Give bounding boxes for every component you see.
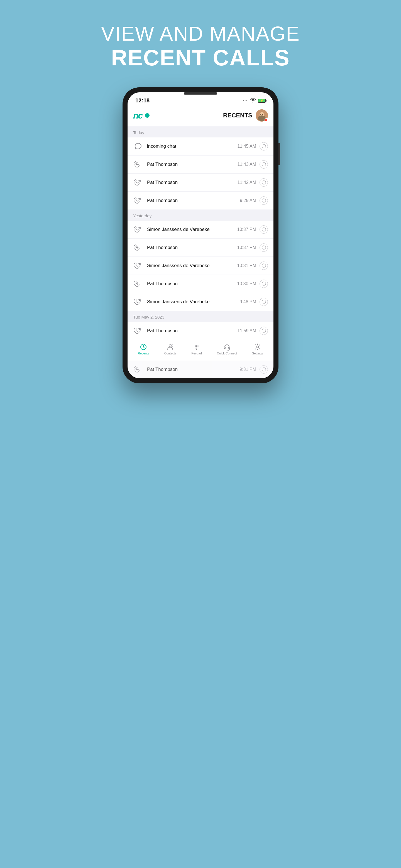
today-list: incoming chat 11:45 AM ⓘ Pat Thompson 11… — [127, 137, 274, 210]
avatar-container[interactable] — [256, 109, 268, 122]
dots-icon: ··· — [243, 98, 248, 103]
section-yesterday-label: Yesterday — [133, 213, 151, 218]
info-button[interactable]: ⓘ — [260, 261, 268, 270]
tab-recents[interactable]: Recents — [138, 343, 149, 355]
tab-quickconnect-label: Quick Connect — [217, 352, 237, 355]
call-icon — [133, 159, 143, 169]
info-button[interactable]: ⓘ — [260, 280, 268, 288]
svg-point-15 — [196, 348, 197, 349]
call-icon — [133, 178, 143, 187]
svg-point-7 — [171, 345, 173, 346]
info-button[interactable]: ⓘ — [260, 327, 268, 335]
page-header: VIEW AND MANAGE RECENT CALLS — [101, 22, 300, 71]
info-button[interactable]: ⓘ — [260, 243, 268, 252]
call-icon — [133, 195, 143, 206]
call-item-partial[interactable]: Pat Thompson 9:31 PM ⓘ — [127, 361, 274, 378]
info-button[interactable]: ⓘ — [260, 365, 268, 374]
call-icon — [133, 224, 143, 235]
call-item[interactable]: Pat Thompson 9:29 AM ⓘ — [127, 192, 274, 210]
info-button[interactable]: ⓘ — [260, 142, 268, 151]
wifi-icon — [250, 98, 256, 103]
call-name: Simon Janssens de Varebeke — [147, 299, 210, 305]
call-time: 10:31 PM — [237, 263, 256, 268]
gear-icon — [254, 343, 261, 350]
svg-point-3 — [260, 114, 261, 115]
header-right: RECENTS — [223, 109, 268, 122]
svg-point-10 — [197, 345, 198, 346]
svg-point-12 — [196, 346, 197, 347]
call-name: Pat Thompson — [147, 180, 178, 185]
call-name: Pat Thompson — [147, 281, 178, 286]
section-may2-label: Tue May 2, 2023 — [133, 315, 164, 319]
battery-icon: ⚡ — [258, 99, 266, 103]
call-name: Simon Janssens de Varebeke — [147, 227, 210, 232]
call-item[interactable]: Pat Thompson 10:30 PM ⓘ — [127, 275, 274, 293]
tab-contacts-label: Contacts — [164, 352, 176, 355]
app-logo: nc — [133, 111, 142, 121]
call-item[interactable]: Simon Janssens de Varebeke 10:37 PM ⓘ — [127, 221, 274, 239]
svg-point-14 — [195, 348, 196, 349]
call-time: 11:42 AM — [237, 180, 256, 185]
grid-icon — [193, 343, 200, 350]
section-yesterday: Yesterday — [127, 210, 274, 221]
call-time: 11:45 AM — [237, 144, 256, 149]
info-button[interactable]: ⓘ — [260, 160, 268, 168]
phone-shell: 12:18 ··· ⚡ — [122, 87, 279, 383]
call-icon — [133, 243, 143, 253]
tab-quickconnect[interactable]: Quick Connect — [217, 343, 237, 355]
status-bar: 12:18 ··· ⚡ — [127, 92, 274, 106]
svg-point-4 — [262, 114, 263, 115]
status-time: 12:18 — [135, 97, 149, 104]
call-name: Pat Thompson — [147, 328, 178, 334]
call-item[interactable]: Pat Thompson 10:37 PM ⓘ — [127, 239, 274, 257]
avatar-badge — [264, 118, 268, 122]
call-name: Pat Thompson — [147, 162, 178, 167]
call-time: 11:59 AM — [237, 328, 256, 333]
tab-keypad[interactable]: Keypad — [191, 343, 202, 355]
call-time: 11:43 AM — [237, 162, 256, 167]
call-name: incoming chat — [147, 144, 176, 149]
tab-settings-label: Settings — [252, 352, 263, 355]
section-today-label: Today — [133, 130, 144, 135]
svg-point-13 — [197, 346, 198, 347]
call-time: 9:29 AM — [240, 198, 256, 203]
info-button[interactable]: ⓘ — [260, 178, 268, 187]
svg-point-11 — [195, 346, 196, 347]
tab-contacts[interactable]: Contacts — [164, 343, 176, 355]
call-time: 9:31 PM — [239, 367, 256, 372]
call-icon — [133, 365, 143, 374]
svg-point-17 — [196, 349, 197, 350]
app-header: nc RECENTS — [127, 106, 274, 126]
call-item[interactable]: Simon Janssens de Varebeke 9:48 PM ⓘ — [127, 293, 274, 311]
svg-point-9 — [196, 345, 197, 346]
info-button[interactable]: ⓘ — [260, 196, 268, 205]
call-item[interactable]: Pat Thompson 11:43 AM ⓘ — [127, 156, 274, 174]
status-icons: ··· ⚡ — [243, 98, 266, 103]
info-button[interactable]: ⓘ — [260, 298, 268, 306]
recents-title: RECENTS — [223, 112, 252, 119]
header-line2: RECENT CALLS — [101, 45, 300, 71]
tab-bar: Recents Contacts — [127, 340, 274, 361]
call-item[interactable]: Simon Janssens de Varebeke 10:31 PM ⓘ — [127, 257, 274, 275]
svg-rect-18 — [224, 347, 225, 349]
call-icon — [133, 279, 143, 289]
call-name: Pat Thompson — [147, 367, 178, 372]
section-may2: Tue May 2, 2023 — [127, 311, 274, 322]
section-today: Today — [127, 126, 274, 137]
call-item[interactable]: Pat Thompson 11:42 AM ⓘ — [127, 174, 274, 192]
call-name: Pat Thompson — [147, 198, 178, 204]
clock-icon — [140, 343, 147, 350]
online-dot — [145, 113, 149, 118]
call-time: 10:37 PM — [237, 245, 256, 250]
call-time: 9:48 PM — [239, 299, 256, 304]
call-time: 10:30 PM — [237, 281, 256, 286]
headset-icon — [223, 343, 231, 350]
call-icon — [133, 297, 143, 307]
call-icon — [133, 326, 143, 336]
info-button[interactable]: ⓘ — [260, 225, 268, 234]
call-item[interactable]: incoming chat 11:45 AM ⓘ — [127, 137, 274, 156]
call-time: 10:37 PM — [237, 227, 256, 232]
call-item[interactable]: Pat Thompson 11:59 AM ⓘ — [127, 322, 274, 340]
tab-settings[interactable]: Settings — [252, 343, 263, 355]
header-line1: VIEW AND MANAGE — [101, 22, 300, 45]
